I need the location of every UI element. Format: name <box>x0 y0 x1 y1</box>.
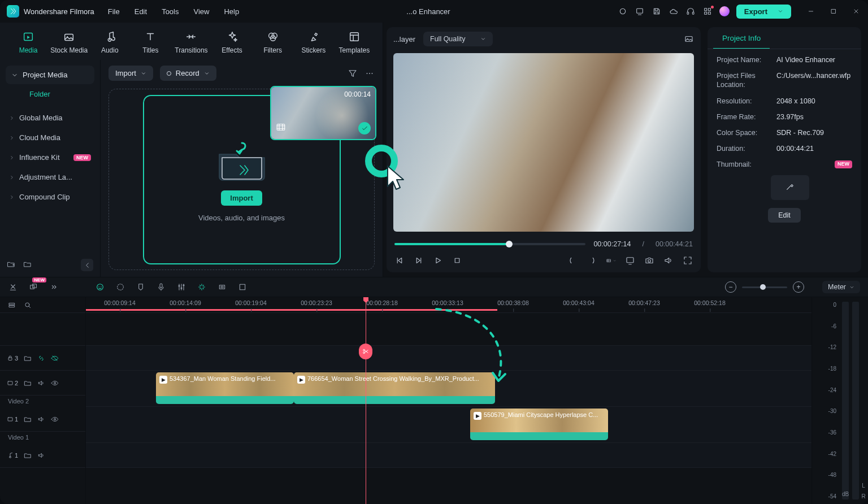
menu-tools[interactable]: Tools <box>162 7 179 16</box>
tl-ai-icon[interactable] <box>95 282 105 292</box>
apps-icon[interactable] <box>702 6 713 16</box>
tl-mixer-icon[interactable] <box>176 282 186 292</box>
ratio-icon[interactable] <box>606 255 616 266</box>
tab-stock-media[interactable]: Stock Media <box>49 27 89 60</box>
new-folder-icon[interactable] <box>7 260 15 271</box>
next-frame-icon[interactable] <box>414 255 424 266</box>
sidebar-item-global-media[interactable]: Global Media <box>5 108 96 127</box>
menu-view[interactable]: View <box>193 7 209 16</box>
export-button[interactable]: Export <box>736 5 791 19</box>
import-dropdown[interactable]: Import <box>108 66 153 81</box>
timeline-ruler[interactable]: 00:00:09:1400:00:14:0900:00:19:0400:00:2… <box>86 297 811 313</box>
quality-select[interactable]: Full Quality <box>423 32 493 46</box>
tl-frame-icon[interactable] <box>217 282 227 292</box>
track-header-video1[interactable]: 1 <box>0 407 85 432</box>
track-eye-icon[interactable] <box>51 415 59 423</box>
timeline-clip[interactable]: ▶550579_Miami Cityscape Hyperlapse C... <box>470 409 608 440</box>
timeline-zoom[interactable]: − + <box>725 281 804 293</box>
tab-media[interactable]: Media <box>8 27 49 60</box>
preview-video[interactable] <box>393 53 694 232</box>
info-label: Color Space: <box>717 129 771 137</box>
info-label: Resolution: <box>717 97 771 105</box>
window-maximize-icon[interactable] <box>828 6 839 16</box>
headphones-icon[interactable] <box>685 6 696 16</box>
track-link-icon[interactable] <box>37 354 45 362</box>
tl-marker-icon[interactable] <box>136 282 146 292</box>
tab-transitions[interactable]: Transitions <box>171 27 211 60</box>
fullscreen-icon[interactable] <box>683 255 693 266</box>
tab-titles[interactable]: Titles <box>130 27 171 60</box>
stop-icon[interactable] <box>452 255 462 266</box>
timeline-tracks[interactable]: 00:00:09:1400:00:14:0900:00:19:0400:00:2… <box>86 297 811 504</box>
svg-rect-32 <box>160 284 162 288</box>
zoom-out-icon[interactable]: − <box>725 281 736 293</box>
track-mute-icon[interactable] <box>37 379 45 387</box>
volume-icon[interactable] <box>663 255 674 266</box>
tab-stickers[interactable]: Stickers <box>293 27 334 60</box>
tl-mic-icon[interactable] <box>156 282 166 292</box>
playhead[interactable] <box>366 297 366 504</box>
tab-filters[interactable]: Filters <box>253 27 293 60</box>
tl-layers-icon[interactable] <box>8 301 16 309</box>
filter-icon[interactable] <box>348 68 358 79</box>
track-header-lock[interactable]: 3 <box>0 346 85 371</box>
timeline-clip[interactable]: ▶766654_Woman Street Crossing Walking_By… <box>294 372 495 404</box>
mark-in-icon[interactable] <box>567 255 578 266</box>
sidebar-item-cloud-media[interactable]: Cloud Media <box>5 128 96 147</box>
player-tab-label[interactable]: ...layer <box>393 35 415 44</box>
tl-crop-icon[interactable] <box>237 282 248 292</box>
screen-icon[interactable] <box>635 6 645 16</box>
user-avatar[interactable] <box>719 6 730 16</box>
camera-icon[interactable] <box>644 255 654 266</box>
track-eye-icon[interactable] <box>51 379 59 387</box>
tl-magic-icon[interactable] <box>197 282 207 292</box>
snapshot-gallery-icon[interactable] <box>684 34 694 44</box>
track-mute-icon[interactable] <box>37 415 45 423</box>
more-icon[interactable] <box>364 68 375 79</box>
mark-out-icon[interactable] <box>587 255 597 266</box>
tl-overflow-icon[interactable] <box>49 282 59 292</box>
sidebar-item-project-media[interactable]: Project Media <box>6 66 94 84</box>
edit-button[interactable]: Edit <box>768 208 801 223</box>
sidebar-collapse-button[interactable] <box>81 259 93 271</box>
tl-color-icon[interactable] <box>115 282 125 292</box>
meter-select[interactable]: Meter <box>822 281 860 293</box>
sidebar-item-compound-clip[interactable]: Compound Clip <box>5 188 96 206</box>
record-dropdown[interactable]: Record <box>160 66 216 81</box>
project-info-tab[interactable]: Project Info <box>713 27 770 49</box>
timeline-clip[interactable]: ▶534367_Man Woman Standing Field... <box>156 372 294 404</box>
record-indicator-icon[interactable] <box>618 6 628 16</box>
scissors-icon[interactable] <box>359 344 372 359</box>
menu-help[interactable]: Help <box>224 7 239 16</box>
save-icon[interactable] <box>652 6 662 16</box>
cloud-icon[interactable] <box>669 6 679 16</box>
track-visibility-icon[interactable] <box>51 354 59 362</box>
dragging-media-thumbnail[interactable]: 00:00:14 <box>270 86 376 140</box>
import-button[interactable]: Import <box>221 190 262 206</box>
display-icon[interactable] <box>625 255 635 266</box>
thumbnail-box[interactable] <box>771 175 809 200</box>
play-icon[interactable] <box>433 255 443 266</box>
menu-edit[interactable]: Edit <box>134 7 147 16</box>
tab-effects[interactable]: Effects <box>212 27 253 60</box>
track-type-icon <box>24 354 32 362</box>
zoom-slider[interactable] <box>742 286 787 288</box>
track-mute-icon[interactable] <box>37 451 45 459</box>
sidebar-item-adjustment-layer[interactable]: Adjustment La... <box>5 168 96 186</box>
window-close-icon[interactable] <box>851 6 861 16</box>
prev-frame-icon[interactable] <box>394 255 405 266</box>
track-header-audio1[interactable]: 1 <box>0 443 85 468</box>
tl-cut-icon[interactable] <box>8 282 18 292</box>
tl-search-icon[interactable] <box>24 301 32 309</box>
new-bin-icon[interactable] <box>23 260 32 271</box>
menu-file[interactable]: File <box>108 7 120 16</box>
tab-audio[interactable]: Audio <box>89 27 130 60</box>
sidebar-item-influence-kit[interactable]: Influence KitNEW <box>5 148 96 167</box>
tl-group-icon[interactable]: NEW <box>28 282 38 292</box>
sidebar-item-folder[interactable]: Folder <box>6 84 94 102</box>
window-minimize-icon[interactable] <box>806 6 816 16</box>
zoom-in-icon[interactable]: + <box>793 281 804 293</box>
track-header-video2[interactable]: 2 <box>0 371 85 396</box>
tab-templates[interactable]: Templates <box>334 27 375 60</box>
scrub-bar[interactable] <box>394 243 585 245</box>
